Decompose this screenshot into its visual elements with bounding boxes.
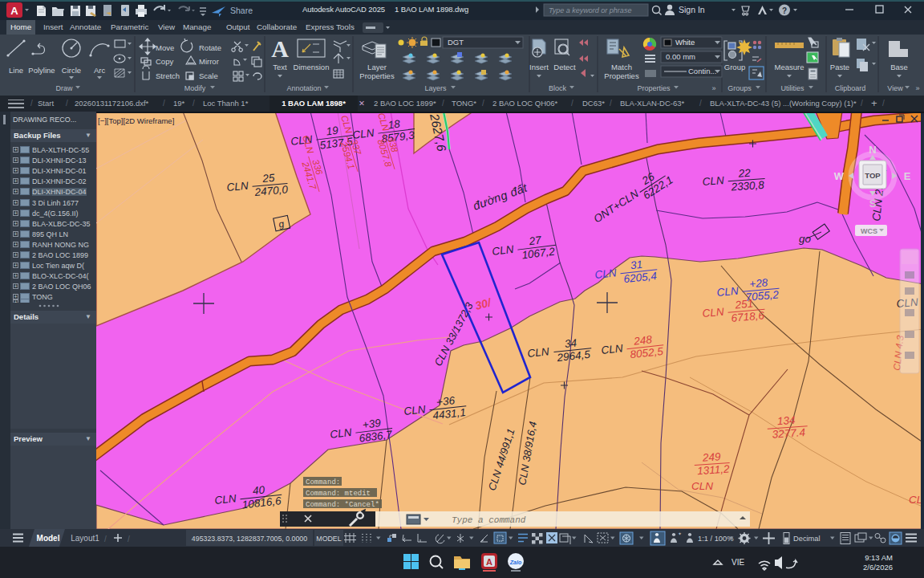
svg-text:A: A	[271, 35, 289, 62]
svg-text:1:1 / 100%: 1:1 / 100%	[698, 535, 733, 543]
svg-text:W: W	[834, 170, 845, 182]
svg-text:CLN: CLN	[403, 403, 427, 417]
svg-text:19: 19	[326, 124, 339, 138]
svg-text:Rotate: Rotate	[199, 43, 221, 52]
svg-text:Properties: Properties	[637, 84, 671, 92]
svg-text:CLN: CLN	[527, 345, 550, 360]
svg-text:Scale: Scale	[199, 71, 218, 80]
svg-text:9:13 AM: 9:13 AM	[865, 553, 893, 562]
svg-text:View: View	[887, 84, 903, 92]
svg-text:Command: mtedit: Command: mtedit	[306, 490, 371, 498]
svg-text:Block: Block	[549, 84, 567, 92]
svg-text:2/6/2026: 2/6/2026	[863, 563, 893, 572]
svg-text:WCS: WCS	[861, 227, 877, 235]
svg-text:248: 248	[633, 333, 653, 347]
svg-text:N: N	[869, 144, 876, 156]
svg-text:CLN: CLN	[691, 480, 713, 492]
svg-text:2330,8: 2330,8	[730, 179, 765, 193]
svg-text:Modify: Modify	[184, 84, 206, 92]
svg-text:Type a keyword or phrase: Type a keyword or phrase	[549, 6, 631, 14]
svg-text:25: 25	[261, 172, 276, 185]
svg-text:»: »	[711, 84, 715, 92]
svg-text:CLN: CLN	[601, 342, 624, 356]
svg-text:CLN: CLN	[702, 174, 724, 188]
svg-text:Polyline: Polyline	[28, 66, 55, 75]
svg-text:+28: +28	[749, 276, 769, 290]
svg-text:Stretch: Stretch	[156, 71, 180, 80]
svg-text:Decimal: Decimal	[793, 535, 821, 543]
svg-text:»: »	[915, 84, 919, 92]
svg-text:S: S	[869, 197, 877, 210]
svg-text:CLN: CLN	[226, 180, 249, 193]
svg-text:Move: Move	[156, 43, 174, 52]
svg-text:Arc: Arc	[94, 66, 106, 75]
svg-text:Zalo: Zalo	[509, 560, 522, 565]
svg-text:Model: Model	[37, 534, 60, 543]
svg-text:134: 134	[776, 414, 796, 428]
svg-text:Measure: Measure	[775, 63, 804, 71]
svg-text:27: 27	[528, 234, 542, 247]
svg-text:22: 22	[737, 167, 752, 180]
svg-text:1311,2: 1311,2	[697, 463, 731, 478]
svg-text:Draw: Draw	[55, 84, 73, 92]
svg-text:?: ?	[782, 6, 787, 15]
svg-text:Groups: Groups	[727, 84, 752, 92]
svg-text:White: White	[675, 38, 695, 47]
svg-text:Clipboard: Clipboard	[835, 84, 866, 92]
svg-text:Layout1: Layout1	[71, 534, 99, 543]
svg-text:MODEL: MODEL	[316, 535, 341, 543]
svg-text:Insert: Insert	[529, 63, 549, 71]
svg-text:Dimension: Dimension	[294, 63, 330, 71]
svg-text:34: 34	[564, 337, 578, 350]
svg-text:Text: Text	[273, 63, 287, 71]
svg-text:Group: Group	[724, 63, 745, 71]
svg-text:CLN: CLN	[716, 285, 739, 299]
svg-text:A: A	[10, 5, 18, 17]
svg-text:31: 31	[630, 258, 643, 271]
svg-text:Contin...: Contin...	[688, 67, 716, 75]
svg-text:Layers: Layers	[424, 84, 447, 92]
svg-text:Layer: Layer	[367, 63, 387, 71]
svg-text:Command:: Command:	[306, 478, 340, 486]
svg-text:/: /	[128, 535, 130, 543]
svg-text:✦: ✦	[678, 531, 682, 536]
svg-text:CLN: CLN	[214, 492, 237, 507]
svg-text:go: go	[799, 233, 812, 245]
svg-text:Properties: Properties	[359, 71, 395, 80]
svg-text:Annotation: Annotation	[286, 84, 321, 92]
svg-text:/: /	[104, 535, 107, 543]
svg-text:CL: CL	[909, 494, 922, 506]
svg-text:Paste: Paste	[830, 63, 849, 71]
svg-text:+36: +36	[436, 394, 456, 408]
svg-text:Mirror: Mirror	[199, 57, 219, 66]
svg-text:Type a command: Type a command	[452, 515, 526, 525]
svg-text:CLN: CLN	[594, 267, 618, 281]
svg-text:[−][Top][2D Wireframe]: [−][Top][2D Wireframe]	[98, 116, 174, 125]
svg-text:E: E	[904, 170, 911, 182]
svg-text:A: A	[486, 557, 492, 567]
svg-text:251: 251	[734, 297, 754, 311]
svg-text:CLN: CLN	[702, 306, 724, 320]
svg-text:249: 249	[701, 450, 721, 464]
svg-text:495323.8373, 1282837.7005, 0.0: 495323.8373, 1282837.7005, 0.0000	[192, 535, 307, 543]
svg-text:Command: *Cancel*: Command: *Cancel*	[306, 501, 379, 509]
svg-text:+39: +39	[362, 417, 382, 431]
svg-text:Detect: Detect	[553, 63, 576, 71]
svg-text:Share: Share	[230, 6, 253, 15]
svg-text:Sign In: Sign In	[679, 5, 705, 14]
svg-text:Utilities: Utilities	[780, 84, 804, 92]
svg-text:TOP: TOP	[865, 171, 881, 180]
svg-text:Line: Line	[9, 66, 23, 75]
svg-text:Match: Match	[611, 63, 632, 71]
svg-text:3277.4: 3277.4	[772, 426, 805, 441]
svg-text:Circle: Circle	[62, 66, 81, 75]
svg-text:Copy: Copy	[156, 57, 173, 66]
svg-text:Properties: Properties	[604, 71, 639, 80]
svg-text:Base: Base	[890, 63, 908, 71]
svg-text:0.00 mm: 0.00 mm	[666, 52, 695, 61]
svg-text:DGT: DGT	[448, 38, 464, 47]
svg-text:VIE: VIE	[732, 558, 744, 567]
svg-text:40: 40	[252, 483, 265, 497]
